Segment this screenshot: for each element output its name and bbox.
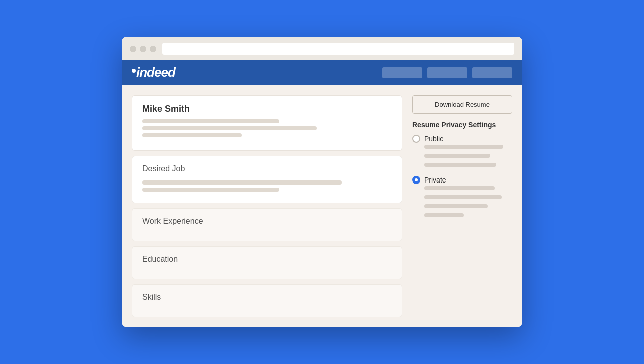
nav-item-3[interactable]	[472, 67, 512, 78]
privacy-title: Resume Privacy Settings	[412, 121, 512, 129]
work-experience-card: Work Experience	[132, 208, 402, 241]
nav-item-2[interactable]	[427, 67, 467, 78]
private-label: Private	[424, 176, 446, 184]
skills-card: Skills	[132, 284, 402, 317]
work-experience-label: Work Experience	[142, 217, 392, 226]
profile-line-1	[142, 119, 279, 123]
profile-card: Mike Smith	[132, 95, 402, 151]
education-label: Education	[142, 255, 392, 264]
desired-job-card: Desired Job	[132, 156, 402, 203]
desired-job-line-2	[142, 188, 279, 192]
private-radio[interactable]	[412, 176, 420, 184]
private-line-1	[424, 186, 495, 190]
private-option[interactable]: Private	[412, 176, 512, 220]
indeed-logo: indeed	[132, 65, 175, 80]
profile-line-3	[142, 133, 242, 137]
education-card: Education	[132, 246, 402, 279]
maximize-button[interactable]	[150, 46, 156, 52]
main-content: Mike Smith Desired Job Work Experience E…	[122, 85, 522, 327]
address-bar[interactable]	[162, 43, 514, 55]
private-line-4	[424, 213, 464, 217]
indeed-header: indeed	[122, 60, 522, 85]
private-desc	[412, 186, 512, 220]
nav-item-1[interactable]	[382, 67, 422, 78]
public-desc	[412, 145, 512, 170]
public-radio-row[interactable]: Public	[412, 135, 512, 143]
public-line-3	[424, 163, 496, 167]
private-radio-row[interactable]: Private	[412, 176, 512, 184]
user-name: Mike Smith	[142, 104, 392, 114]
privacy-section: Resume Privacy Settings Public	[412, 121, 512, 220]
logo-dot	[132, 69, 136, 73]
profile-line-2	[142, 126, 317, 130]
skills-label: Skills	[142, 293, 392, 302]
desired-job-label: Desired Job	[142, 164, 392, 173]
public-option[interactable]: Public	[412, 135, 512, 170]
right-panel: Download Resume Resume Privacy Settings …	[412, 95, 512, 317]
browser-chrome	[122, 37, 522, 60]
private-line-3	[424, 204, 488, 208]
minimize-button[interactable]	[140, 46, 146, 52]
close-button[interactable]	[130, 46, 136, 52]
public-line-2	[424, 154, 490, 158]
public-radio[interactable]	[412, 135, 420, 143]
public-line-1	[424, 145, 503, 149]
traffic-lights	[130, 46, 156, 52]
private-line-2	[424, 195, 502, 199]
desired-job-line-1	[142, 180, 342, 185]
download-resume-button[interactable]: Download Resume	[412, 95, 512, 114]
public-label: Public	[424, 135, 443, 143]
browser-window: indeed Mike Smith Desired Job	[122, 37, 522, 327]
header-nav	[382, 67, 512, 78]
left-panel: Mike Smith Desired Job Work Experience E…	[132, 95, 402, 317]
